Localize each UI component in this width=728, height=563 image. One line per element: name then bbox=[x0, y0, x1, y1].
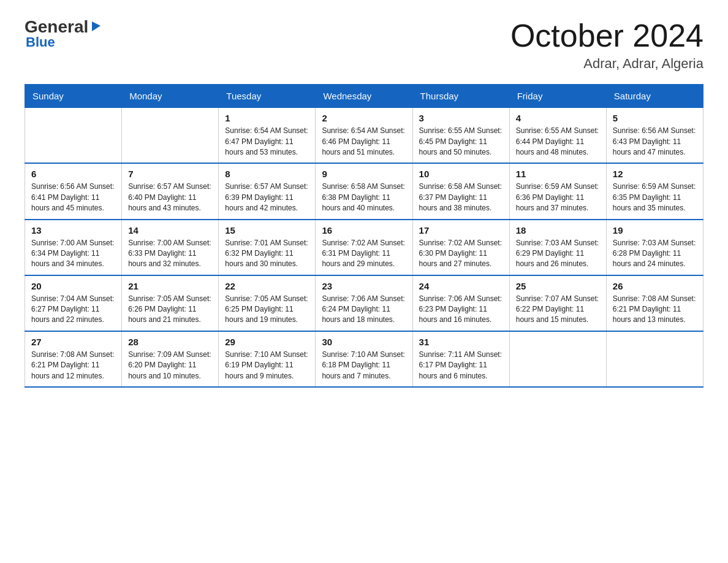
day-number: 4 bbox=[516, 113, 600, 123]
day-info: Sunrise: 7:05 AM Sunset: 6:26 PM Dayligh… bbox=[128, 294, 212, 326]
calendar-cell: 29Sunrise: 7:10 AM Sunset: 6:19 PM Dayli… bbox=[219, 331, 316, 387]
calendar-cell: 1Sunrise: 6:54 AM Sunset: 6:47 PM Daylig… bbox=[219, 108, 316, 164]
weekday-header-saturday: Saturday bbox=[606, 85, 703, 108]
day-number: 20 bbox=[31, 281, 115, 291]
calendar-cell: 5Sunrise: 6:56 AM Sunset: 6:43 PM Daylig… bbox=[606, 108, 703, 164]
day-number: 21 bbox=[128, 281, 212, 291]
day-number: 23 bbox=[322, 281, 406, 291]
calendar-cell bbox=[509, 331, 606, 387]
day-number: 7 bbox=[128, 169, 212, 179]
calendar-week-row: 20Sunrise: 7:04 AM Sunset: 6:27 PM Dayli… bbox=[25, 275, 703, 331]
day-number: 11 bbox=[516, 169, 600, 179]
day-number: 10 bbox=[419, 169, 503, 179]
calendar-week-row: 27Sunrise: 7:08 AM Sunset: 6:21 PM Dayli… bbox=[25, 331, 703, 387]
calendar-cell: 13Sunrise: 7:00 AM Sunset: 6:34 PM Dayli… bbox=[25, 220, 122, 275]
day-number: 9 bbox=[322, 169, 406, 179]
day-number: 30 bbox=[322, 337, 406, 347]
calendar-cell: 20Sunrise: 7:04 AM Sunset: 6:27 PM Dayli… bbox=[25, 275, 122, 331]
day-info: Sunrise: 7:00 AM Sunset: 6:34 PM Dayligh… bbox=[31, 238, 115, 270]
logo-triangle-icon bbox=[89, 19, 103, 33]
day-info: Sunrise: 6:57 AM Sunset: 6:39 PM Dayligh… bbox=[225, 182, 309, 213]
day-number: 3 bbox=[419, 113, 503, 123]
calendar-week-row: 1Sunrise: 6:54 AM Sunset: 6:47 PM Daylig… bbox=[25, 108, 703, 164]
day-info: Sunrise: 7:03 AM Sunset: 6:28 PM Dayligh… bbox=[613, 238, 697, 270]
calendar-week-row: 6Sunrise: 6:56 AM Sunset: 6:41 PM Daylig… bbox=[25, 163, 703, 219]
calendar-cell: 26Sunrise: 7:08 AM Sunset: 6:21 PM Dayli… bbox=[606, 275, 703, 331]
day-info: Sunrise: 7:11 AM Sunset: 6:17 PM Dayligh… bbox=[419, 350, 503, 381]
day-number: 25 bbox=[516, 281, 600, 291]
day-number: 15 bbox=[225, 225, 309, 236]
day-info: Sunrise: 7:06 AM Sunset: 6:24 PM Dayligh… bbox=[322, 294, 406, 326]
calendar-cell: 25Sunrise: 7:07 AM Sunset: 6:22 PM Dayli… bbox=[509, 275, 606, 331]
day-info: Sunrise: 7:01 AM Sunset: 6:32 PM Dayligh… bbox=[225, 238, 309, 270]
day-number: 17 bbox=[419, 225, 503, 236]
day-info: Sunrise: 6:56 AM Sunset: 6:43 PM Dayligh… bbox=[613, 126, 697, 158]
calendar-cell: 7Sunrise: 6:57 AM Sunset: 6:40 PM Daylig… bbox=[122, 163, 219, 219]
day-info: Sunrise: 6:56 AM Sunset: 6:41 PM Dayligh… bbox=[31, 182, 115, 213]
calendar-cell: 22Sunrise: 7:05 AM Sunset: 6:25 PM Dayli… bbox=[219, 275, 316, 331]
day-info: Sunrise: 7:05 AM Sunset: 6:25 PM Dayligh… bbox=[225, 294, 309, 326]
calendar-cell bbox=[606, 331, 703, 387]
day-number: 28 bbox=[128, 337, 212, 347]
calendar-cell bbox=[25, 108, 122, 164]
day-number: 29 bbox=[225, 337, 309, 347]
calendar-cell: 10Sunrise: 6:58 AM Sunset: 6:37 PM Dayli… bbox=[412, 163, 509, 219]
weekday-header-tuesday: Tuesday bbox=[219, 85, 316, 108]
day-number: 26 bbox=[613, 281, 697, 291]
calendar-cell: 21Sunrise: 7:05 AM Sunset: 6:26 PM Dayli… bbox=[122, 275, 219, 331]
day-info: Sunrise: 6:58 AM Sunset: 6:37 PM Dayligh… bbox=[419, 182, 503, 213]
day-number: 19 bbox=[613, 225, 697, 236]
calendar-cell: 8Sunrise: 6:57 AM Sunset: 6:39 PM Daylig… bbox=[219, 163, 316, 219]
day-info: Sunrise: 6:59 AM Sunset: 6:35 PM Dayligh… bbox=[613, 182, 697, 213]
day-info: Sunrise: 6:55 AM Sunset: 6:45 PM Dayligh… bbox=[419, 126, 503, 158]
day-info: Sunrise: 6:59 AM Sunset: 6:36 PM Dayligh… bbox=[516, 182, 600, 213]
logo-blue: Blue bbox=[25, 34, 55, 50]
day-number: 6 bbox=[31, 169, 115, 179]
calendar-table: SundayMondayTuesdayWednesdayThursdayFrid… bbox=[25, 84, 703, 388]
calendar-header: SundayMondayTuesdayWednesdayThursdayFrid… bbox=[25, 85, 703, 108]
calendar-cell: 4Sunrise: 6:55 AM Sunset: 6:44 PM Daylig… bbox=[509, 108, 606, 164]
day-number: 18 bbox=[516, 225, 600, 236]
weekday-header-thursday: Thursday bbox=[412, 85, 509, 108]
day-info: Sunrise: 7:04 AM Sunset: 6:27 PM Dayligh… bbox=[31, 294, 115, 326]
day-info: Sunrise: 7:02 AM Sunset: 6:30 PM Dayligh… bbox=[419, 238, 503, 270]
day-info: Sunrise: 6:55 AM Sunset: 6:44 PM Dayligh… bbox=[516, 126, 600, 158]
day-number: 31 bbox=[419, 337, 503, 347]
calendar-cell: 15Sunrise: 7:01 AM Sunset: 6:32 PM Dayli… bbox=[219, 220, 316, 275]
day-number: 12 bbox=[613, 169, 697, 179]
calendar-cell: 23Sunrise: 7:06 AM Sunset: 6:24 PM Dayli… bbox=[316, 275, 412, 331]
weekday-header-row: SundayMondayTuesdayWednesdayThursdayFrid… bbox=[25, 85, 703, 108]
calendar-cell: 17Sunrise: 7:02 AM Sunset: 6:30 PM Dayli… bbox=[412, 220, 509, 275]
calendar-cell: 30Sunrise: 7:10 AM Sunset: 6:18 PM Dayli… bbox=[316, 331, 412, 387]
weekday-header-wednesday: Wednesday bbox=[316, 85, 412, 108]
day-info: Sunrise: 7:00 AM Sunset: 6:33 PM Dayligh… bbox=[128, 238, 212, 270]
weekday-header-monday: Monday bbox=[122, 85, 219, 108]
header: General Blue October 2024 Adrar, Adrar, … bbox=[25, 18, 703, 72]
day-number: 13 bbox=[31, 225, 115, 236]
svg-marker-0 bbox=[92, 21, 100, 31]
logo: General Blue bbox=[25, 18, 103, 50]
calendar-cell: 11Sunrise: 6:59 AM Sunset: 6:36 PM Dayli… bbox=[509, 163, 606, 219]
day-info: Sunrise: 7:06 AM Sunset: 6:23 PM Dayligh… bbox=[419, 294, 503, 326]
weekday-header-friday: Friday bbox=[509, 85, 606, 108]
month-title: October 2024 bbox=[510, 18, 703, 53]
day-number: 2 bbox=[322, 113, 406, 123]
day-info: Sunrise: 7:08 AM Sunset: 6:21 PM Dayligh… bbox=[31, 350, 115, 381]
title-area: October 2024 Adrar, Adrar, Algeria bbox=[510, 18, 703, 72]
location-title: Adrar, Adrar, Algeria bbox=[510, 56, 703, 72]
calendar-cell: 18Sunrise: 7:03 AM Sunset: 6:29 PM Dayli… bbox=[509, 220, 606, 275]
weekday-header-sunday: Sunday bbox=[25, 85, 122, 108]
logo-general: General bbox=[25, 18, 88, 36]
day-number: 8 bbox=[225, 169, 309, 179]
day-number: 22 bbox=[225, 281, 309, 291]
calendar-cell: 28Sunrise: 7:09 AM Sunset: 6:20 PM Dayli… bbox=[122, 331, 219, 387]
calendar-cell: 24Sunrise: 7:06 AM Sunset: 6:23 PM Dayli… bbox=[412, 275, 509, 331]
day-info: Sunrise: 6:54 AM Sunset: 6:46 PM Dayligh… bbox=[322, 126, 406, 158]
day-info: Sunrise: 7:03 AM Sunset: 6:29 PM Dayligh… bbox=[516, 238, 600, 270]
day-info: Sunrise: 7:09 AM Sunset: 6:20 PM Dayligh… bbox=[128, 350, 212, 381]
calendar-cell: 12Sunrise: 6:59 AM Sunset: 6:35 PM Dayli… bbox=[606, 163, 703, 219]
calendar-body: 1Sunrise: 6:54 AM Sunset: 6:47 PM Daylig… bbox=[25, 108, 703, 387]
calendar-cell: 14Sunrise: 7:00 AM Sunset: 6:33 PM Dayli… bbox=[122, 220, 219, 275]
day-number: 16 bbox=[322, 225, 406, 236]
day-info: Sunrise: 6:54 AM Sunset: 6:47 PM Dayligh… bbox=[225, 126, 309, 158]
